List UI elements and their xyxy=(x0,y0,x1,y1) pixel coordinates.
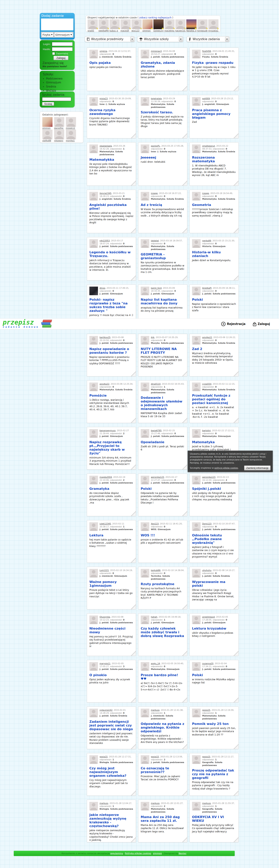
task-title-link[interactable]: Polski xyxy=(192,298,236,302)
task-user-link[interactable]: iloncia2345 xyxy=(100,192,111,194)
task-user-link[interactable]: AnielkaPl xyxy=(202,287,212,289)
recent-user-link[interactable]: misiek12 xyxy=(66,117,76,129)
task-card[interactable]: bartiksx25, 2015-03-08 20:10:50, odpowie… xyxy=(87,334,136,376)
recent-user-link[interactable]: olafko88 xyxy=(42,130,53,142)
task-user-link[interactable]: hahah xyxy=(151,616,157,618)
task-user-link[interactable]: angelinkaxd xyxy=(202,616,215,618)
filter-subjects-dropdown[interactable]: Wszystkie przedmioty ▼ xyxy=(85,36,135,42)
task-card[interactable]: Doris123, 2015-02-10 20:07:47, odpowiedz… xyxy=(190,520,239,563)
task-title-link[interactable]: Lektura krzyzaków xyxy=(192,627,236,630)
task-title-link[interactable]: Przekształć funkcje z postaci ogólnej do… xyxy=(192,394,236,405)
task-title-link[interactable]: GEOMETRIA - graniastosłup xyxy=(141,253,185,260)
task-title-link[interactable]: NUTY LITEROWE NA FLET PROSTY xyxy=(141,347,185,355)
task-user-link[interactable]: weronika123 xyxy=(202,476,216,478)
task-title-link[interactable]: WOS !!! xyxy=(141,534,185,537)
task-title-link[interactable]: Opis pajaka xyxy=(89,61,133,65)
task-title-link[interactable]: Gramatyka xyxy=(89,487,133,491)
task-title-link[interactable]: Spójniki j.polski xyxy=(192,487,236,491)
task-title-link[interactable]: Historia-w kilku zdaniach xyxy=(192,251,236,258)
expert-user-link[interactable]: ★kacper102 xyxy=(175,20,186,32)
task-title-link[interactable]: Rzuty prostokątne xyxy=(141,582,185,586)
task-user-link[interactable]: virginia xyxy=(100,50,107,52)
recent-user-link[interactable]: monika1 xyxy=(66,130,76,142)
task-title-link[interactable]: Napisz rozprawkę pt.,,Przyjaciel to najw… xyxy=(89,440,133,455)
task-title-link[interactable]: Co oznaczają te przenośnie?? xyxy=(141,767,185,774)
task-card[interactable]: angelinkaxd, 2015-02-05 17:28:05, odpowi… xyxy=(190,613,239,656)
password-input[interactable] xyxy=(52,47,73,51)
task-user-link[interactable]: kajatralala xyxy=(151,97,162,100)
task-card[interactable]: markuss, 2015-01-28 12:01:27, odpowiedzi… xyxy=(138,800,187,842)
task-card[interactable]: weronika123, 2015-02-17 22:27:47, odpowi… xyxy=(138,473,187,516)
task-card[interactable]: iceage, 2015-03-18 16:57:22, odpowiedzi:… xyxy=(138,190,187,233)
task-title-link[interactable]: Proszę odpowiadać tak czy nie na pytania… xyxy=(192,769,236,780)
task-user-link[interactable]: karkub66 xyxy=(151,569,161,571)
task-user-link[interactable]: asqiu_14 xyxy=(151,662,160,664)
registration-link[interactable]: + Rejestracja xyxy=(221,322,246,326)
task-title-link[interactable]: Pomnik waży 25 ton xyxy=(192,722,236,726)
school-filter-item[interactable]: Podstawowa xyxy=(46,76,73,81)
task-user-link[interactable]: nenka99 xyxy=(202,240,211,242)
task-card[interactable]: magda2004, 2015-02-19 22:10:06, odpowied… xyxy=(87,473,136,516)
task-card[interactable]: Luis1221, 2015-02-10 16:34:19, odpowiedz… xyxy=(87,567,136,610)
task-title-link[interactable]: Wypracowanie ma polski xyxy=(192,580,236,588)
task-user-link[interactable]: gosia15 xyxy=(151,755,159,758)
task-title-link[interactable]: Zad 2 xyxy=(192,347,236,351)
task-title-link[interactable]: ODKRYCIA XV I VI WIEKU xyxy=(192,815,236,823)
new-task-textarea[interactable] xyxy=(41,19,74,31)
remember-checkbox[interactable] xyxy=(52,52,55,55)
task-card[interactable]: markuss, 2015-01-28 11:55:37, odpowiedzi… xyxy=(190,800,239,842)
task-user-link[interactable]: markuss xyxy=(151,802,160,804)
task-card[interactable]: nenka99, 2015-03-15 15:21:30, odpowiedzi… xyxy=(190,237,239,281)
task-user-link[interactable]: iceage xyxy=(202,192,209,194)
task-user-link[interactable]: marysia11 xyxy=(100,662,110,664)
task-card[interactable]: markuss, 2015-01-28 12:41:38, odpowiedzi… xyxy=(138,707,187,749)
task-title-link[interactable]: Polski- napisz rozprawke z teza "na sukc… xyxy=(89,298,133,313)
task-card[interactable]: gosia15, 2015-01-28 12:19:39, odpowiedzi… xyxy=(190,707,239,749)
task-title-link[interactable]: O pinokio xyxy=(89,674,133,677)
register-link[interactable]: Zarejestruj się xyxy=(43,61,73,65)
task-title-link[interactable]: Gramatyka, zdania złożone xyxy=(141,61,185,68)
task-card[interactable]: dina0110, 2015-03-02 16:55:43, odpowiedz… xyxy=(138,380,187,423)
task-card[interactable]: pavloxPL, 2015-03-25 17:05:28, odpowiedz… xyxy=(138,142,187,186)
task-user-link[interactable]: Luis1221 xyxy=(100,569,109,571)
task-card[interactable]: asiulka22, 2015-03-06 12:25:34, odpowied… xyxy=(87,380,136,423)
task-title-link[interactable]: Geometria xyxy=(192,203,236,207)
task-card[interactable]: basia6785, 2015-02-25 15:27:46, odpowied… xyxy=(138,427,187,470)
task-card[interactable]: hahah, 2015-02-05 19:49:18, odpowiedzi: … xyxy=(138,613,187,656)
task-card[interactable]: gosia15, 2015-01-28 12:17:31, odpowiedzi… xyxy=(87,753,136,796)
expert-user-link[interactable]: ★simmon xyxy=(142,20,152,32)
task-user-link[interactable]: dina0110 xyxy=(151,383,161,385)
expert-user-link[interactable]: ★Natalka_0 xyxy=(186,20,197,32)
task-user-link[interactable]: Xeo123 xyxy=(151,523,159,525)
task-card[interactable]: misia23, 2015-03-30 20:19:09, odpowiedzi… xyxy=(87,95,136,138)
task-title-link[interactable]: Polski xyxy=(192,674,236,677)
task-card[interactable]: Oluszynka, 2015-02-08 10:12:23, odpowied… xyxy=(87,613,136,656)
task-user-link[interactable]: zuzanna20 xyxy=(202,662,213,664)
task-title-link[interactable]: Odnośnie tekstu ,,Pudełko zwane wyobraźn… xyxy=(192,534,236,545)
expert-user-link[interactable]: ★maciekgur xyxy=(164,20,174,32)
filter-schools-dropdown[interactable]: Wszystkie szkoły ▼ xyxy=(137,36,184,42)
header-login-link[interactable]: Zaloguj xyxy=(253,322,270,326)
school-filter-item[interactable]: Średnia xyxy=(46,85,73,89)
task-user-link[interactable]: lalalalal xyxy=(151,240,159,242)
task-title-link[interactable]: Napisz list kapitana macwhirrea do żony xyxy=(141,298,185,305)
task-user-link[interactable]: poli009 xyxy=(202,97,210,100)
task-card[interactable]: kajatralala, 2015-03-29 12:30:39, odpowi… xyxy=(138,95,187,138)
cookie-close-button[interactable]: Zamknij informację xyxy=(244,466,271,470)
ranking-link[interactable]: zobacz ranking najlepszych xyxy=(139,16,171,19)
task-card[interactable]: Xeo123, 2015-02-11 18:41:20, odpowiedzi:… xyxy=(138,520,187,563)
task-card[interactable]: marysia11, 2015-02-05 17:05:27, odpowied… xyxy=(87,660,136,703)
expert-user-link[interactable]: ★macioSF xyxy=(120,20,131,32)
task-user-link[interactable]: minionax3 xyxy=(151,50,162,52)
task-user-link[interactable]: gosia15 xyxy=(202,755,210,758)
task-card[interactable]: gosia15, 2015-01-28 12:13:56, odpowiedzi… xyxy=(138,753,187,796)
task-user-link[interactable]: dinoo xyxy=(100,287,105,289)
task-title-link[interactable]: Czy mózg jest najważniejszym organem czł… xyxy=(89,767,133,778)
task-user-link[interactable]: markuss xyxy=(151,709,160,711)
task-card[interactable]: julek12345, 2015-02-11 20:38:17, odpowie… xyxy=(87,520,136,563)
task-user-link[interactable]: Oluszynka xyxy=(100,616,110,618)
task-user-link[interactable]: fiza5456 xyxy=(202,50,211,52)
task-user-link[interactable]: bananowymuss xyxy=(100,429,116,432)
task-card[interactable]: lalalalal, 2015-03-16 18:39:57, odpowied… xyxy=(138,237,187,281)
task-title-link[interactable]: Ważne pomocy 1gimnazjum xyxy=(89,580,133,588)
